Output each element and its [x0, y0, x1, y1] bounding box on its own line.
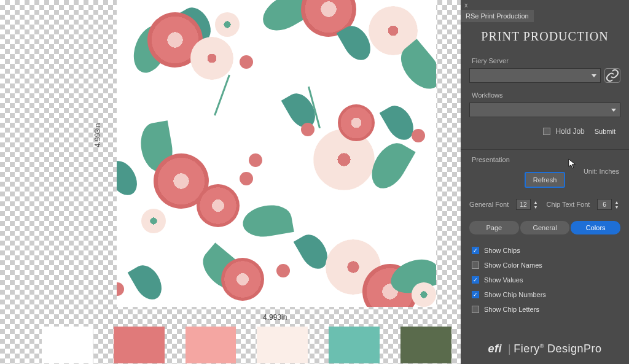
logo-efi: efi	[488, 343, 502, 355]
panel-title: PRINT PRODUCTION	[461, 29, 629, 44]
down-arrow-icon[interactable]: ▼	[613, 204, 620, 209]
chip-font-input[interactable]	[597, 199, 612, 210]
logo-product: DesignPro	[547, 343, 602, 355]
show-chip-numbers-checkbox[interactable]	[472, 291, 479, 298]
print-production-panel: x RSe Print Production PRINT PRODUCTION …	[461, 0, 629, 364]
show-values-label: Show Values	[484, 276, 523, 284]
swatch-pink[interactable]	[186, 327, 236, 363]
down-arrow-icon[interactable]: ▼	[532, 204, 539, 209]
swatch-cream[interactable]	[257, 327, 308, 363]
general-font-stepper[interactable]: ▲▼	[516, 199, 539, 210]
show-chips-label: Show Chips	[484, 247, 520, 254]
up-arrow-icon[interactable]: ▲	[532, 199, 539, 204]
canvas-checkerboard[interactable]: 4.993in 4.993in	[0, 0, 461, 364]
brand-logo: efi|Fiery® DesignPro	[461, 334, 629, 364]
workflows-label: Workflows	[472, 91, 629, 99]
tab-general[interactable]: General	[520, 221, 570, 234]
show-chips-checkbox[interactable]	[472, 247, 479, 254]
fiery-server-label: Fiery Server	[472, 57, 629, 64]
submit-button[interactable]: Submit	[590, 126, 620, 137]
swatch-teal[interactable]	[329, 327, 380, 363]
show-chip-letters-label: Show Chip Letters	[484, 306, 539, 313]
swatch-rose[interactable]	[114, 327, 165, 363]
fiery-server-dropdown[interactable]	[469, 68, 601, 83]
up-arrow-icon[interactable]: ▲	[613, 199, 620, 204]
show-values-checkbox[interactable]	[472, 276, 479, 284]
refresh-button[interactable]: Refresh	[525, 172, 565, 188]
general-font-input[interactable]	[516, 199, 531, 210]
show-color-names-label: Show Color Names	[484, 261, 542, 269]
workflows-dropdown[interactable]	[469, 103, 620, 117]
swatch-white[interactable]	[42, 327, 93, 363]
chip-font-label: Chip Text Font	[547, 201, 590, 208]
show-chip-letters-checkbox[interactable]	[472, 306, 479, 313]
general-font-label: General Font	[469, 201, 509, 208]
hold-job-label: Hold Job	[555, 127, 584, 136]
presentation-label: Presentation	[472, 156, 629, 163]
ruler-bottom-label: 4.993in	[263, 313, 287, 322]
tab-page[interactable]: Page	[469, 221, 519, 234]
ruler-left-label: 4.993in	[93, 123, 102, 147]
unit-label: Unit: Inches	[584, 168, 619, 175]
show-color-names-checkbox[interactable]	[472, 261, 479, 269]
panel-tab-title[interactable]: RSe Print Production	[461, 10, 534, 22]
hold-job-checkbox[interactable]	[543, 128, 550, 135]
logo-brand: Fiery	[514, 343, 540, 355]
swatch-olive[interactable]	[400, 327, 451, 363]
panel-close-icon[interactable]: x	[461, 0, 629, 10]
show-chip-numbers-label: Show Chip Numbers	[484, 291, 546, 298]
tab-colors[interactable]: Colors	[571, 221, 620, 234]
artboard-floral-pattern[interactable]	[117, 0, 436, 307]
chip-font-stepper[interactable]: ▲▼	[597, 199, 620, 210]
link-icon[interactable]	[604, 68, 620, 83]
